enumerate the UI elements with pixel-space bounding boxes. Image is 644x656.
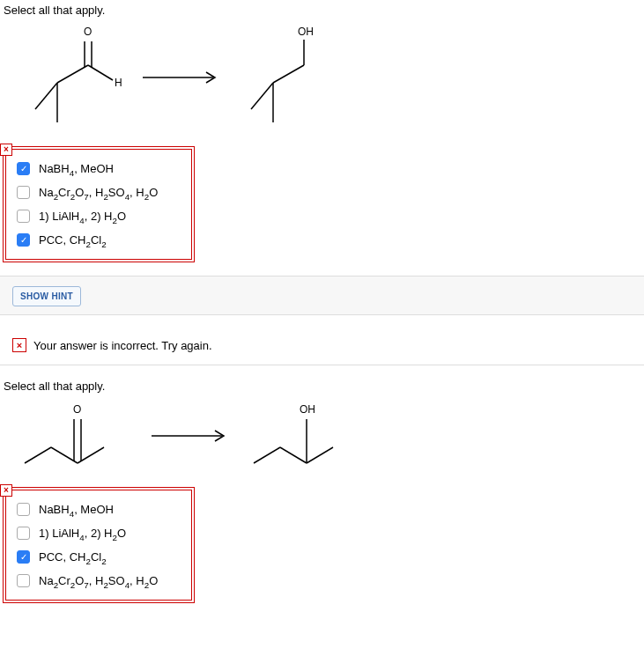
svg-line-0 bbox=[35, 83, 57, 109]
reaction-scheme-2: O OH bbox=[18, 402, 644, 472]
checkbox[interactable]: ✓ bbox=[17, 550, 30, 564]
option-row[interactable]: ✓NaBH4, MeOH bbox=[15, 157, 182, 181]
svg-line-2 bbox=[57, 65, 88, 83]
checkbox[interactable] bbox=[17, 574, 30, 587]
molecule-svg bbox=[18, 26, 123, 131]
question-2: Select all that apply. O bbox=[0, 376, 644, 611]
incorrect-icon: × bbox=[0, 144, 12, 156]
svg-line-17 bbox=[254, 447, 280, 463]
option-label: NaBH4, MeOH bbox=[39, 503, 114, 516]
prompt-text: Select all that apply. bbox=[4, 4, 644, 17]
svg-line-11 bbox=[25, 447, 51, 463]
checkbox[interactable] bbox=[17, 210, 30, 223]
answer-box-wrapper: × ✓NaBH4, MeOHNa2Cr2O7, H2SO4, H2O1) LiA… bbox=[5, 149, 644, 260]
reaction-arrow-icon bbox=[141, 69, 220, 89]
answer-options-box: NaBH4, MeOH1) LiAlH4, 2) H2O✓PCC, CH2Cl2… bbox=[5, 490, 192, 601]
checkbox[interactable]: ✓ bbox=[17, 233, 30, 247]
atom-label-O: O bbox=[84, 26, 92, 38]
atom-label-O: O bbox=[73, 403, 81, 416]
atom-label-OH: OH bbox=[300, 403, 315, 416]
product-structure: OH bbox=[247, 402, 361, 472]
atom-label-H: H bbox=[115, 77, 122, 89]
option-row[interactable]: NaBH4, MeOH bbox=[15, 498, 182, 521]
svg-line-9 bbox=[273, 65, 304, 83]
atom-label-OH: OH bbox=[298, 26, 314, 38]
option-row[interactable]: 1) LiAlH4, 2) H2O bbox=[15, 204, 182, 228]
reaction-scheme-1: O H OH bbox=[18, 26, 644, 131]
option-label: PCC, CH2Cl2 bbox=[39, 550, 107, 564]
option-label: Na2Cr2O7, H2SO4, H2O bbox=[39, 186, 158, 199]
option-row[interactable]: Na2Cr2O7, H2SO4, H2O bbox=[15, 181, 182, 204]
product-structure: OH bbox=[238, 26, 344, 131]
svg-line-5 bbox=[88, 65, 113, 80]
feedback-text: Your answer is incorrect. Try again. bbox=[33, 339, 212, 352]
option-label: PCC, CH2Cl2 bbox=[39, 233, 107, 247]
checkbox[interactable] bbox=[17, 527, 30, 540]
option-label: 1) LiAlH4, 2) H2O bbox=[39, 527, 126, 540]
option-label: 1) LiAlH4, 2) H2O bbox=[39, 210, 126, 223]
option-row[interactable]: 1) LiAlH4, 2) H2O bbox=[15, 521, 182, 545]
reactant-structure: O bbox=[18, 402, 132, 472]
checkbox[interactable]: ✓ bbox=[17, 162, 30, 175]
svg-line-18 bbox=[280, 447, 307, 463]
option-row[interactable]: Na2Cr2O7, H2SO4, H2O bbox=[15, 569, 182, 593]
option-row[interactable]: ✓PCC, CH2Cl2 bbox=[15, 228, 182, 252]
question-1: Select all that apply. O H bbox=[0, 0, 644, 326]
hint-bar: SHOW HINT bbox=[0, 276, 644, 315]
reaction-arrow-icon bbox=[150, 427, 229, 447]
feedback-bar: × Your answer is incorrect. Try again. bbox=[0, 326, 644, 365]
incorrect-icon: × bbox=[0, 484, 12, 497]
checkbox[interactable] bbox=[17, 186, 30, 199]
answer-options-box: ✓NaBH4, MeOHNa2Cr2O7, H2SO4, H2O1) LiAlH… bbox=[5, 149, 192, 260]
molecule-svg bbox=[238, 26, 344, 131]
prompt-text: Select all that apply. bbox=[4, 380, 644, 393]
svg-line-7 bbox=[251, 83, 273, 109]
option-label: NaBH4, MeOH bbox=[39, 162, 114, 175]
svg-line-19 bbox=[307, 447, 333, 463]
checkbox[interactable] bbox=[17, 503, 30, 516]
incorrect-icon: × bbox=[12, 338, 26, 352]
show-hint-button[interactable]: SHOW HINT bbox=[12, 286, 81, 306]
answer-box-wrapper: × NaBH4, MeOH1) LiAlH4, 2) H2O✓PCC, CH2C… bbox=[5, 490, 644, 601]
reactant-structure: O H bbox=[18, 26, 123, 131]
option-label: Na2Cr2O7, H2SO4, H2O bbox=[39, 574, 158, 587]
option-row[interactable]: ✓PCC, CH2Cl2 bbox=[15, 545, 182, 569]
